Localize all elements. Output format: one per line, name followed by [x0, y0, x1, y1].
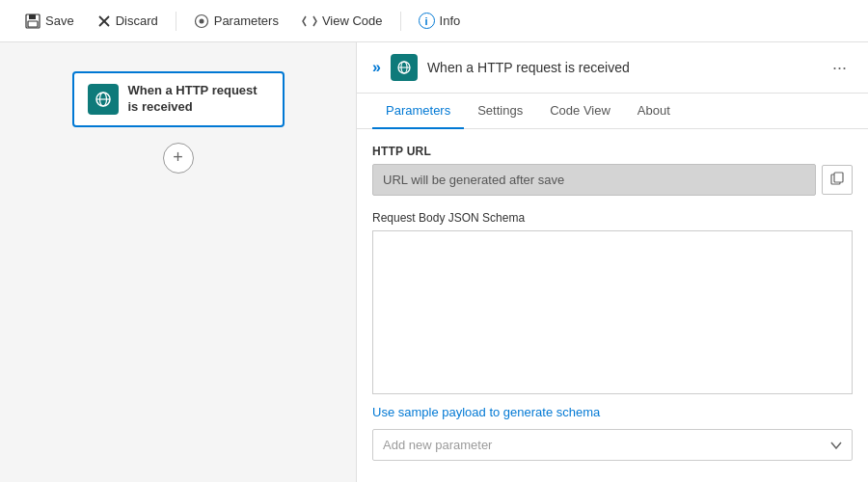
plus-icon: +: [173, 147, 183, 168]
http-trigger-icon: [88, 84, 119, 115]
x-icon: [97, 14, 111, 28]
expand-icon[interactable]: »: [372, 59, 381, 76]
code-icon: [302, 14, 317, 28]
info-icon: i: [419, 13, 435, 29]
main-area: When a HTTP request is received + » When…: [0, 42, 868, 482]
separator-2: [400, 12, 401, 31]
parameters-icon: [194, 13, 209, 29]
schema-textarea[interactable]: [372, 230, 853, 394]
schema-label: Request Body JSON Schema: [372, 211, 853, 225]
http-url-label: HTTP URL: [372, 145, 853, 158]
save-button[interactable]: Save: [15, 8, 84, 35]
ellipsis-icon: ···: [832, 58, 847, 77]
add-parameter-dropdown[interactable]: Add new parameter: [372, 429, 853, 461]
tab-parameters[interactable]: Parameters: [372, 94, 464, 129]
panel-body: HTTP URL URL will be generated after sav…: [357, 129, 868, 482]
chevron-down-icon: [830, 442, 842, 449]
parameters-button[interactable]: Parameters: [184, 8, 288, 35]
svg-point-6: [199, 18, 203, 23]
copy-url-button[interactable]: [822, 165, 853, 195]
tab-about[interactable]: About: [624, 94, 684, 129]
view-code-button[interactable]: View Code: [292, 8, 393, 34]
toolbar: Save Discard Parameters View Code i Info: [0, 0, 868, 42]
generate-schema-link[interactable]: Use sample payload to generate schema: [372, 405, 600, 419]
url-field: URL will be generated after save: [372, 164, 816, 196]
url-field-wrapper: URL will be generated after save: [372, 164, 853, 196]
http-trigger-card[interactable]: When a HTTP request is received: [72, 71, 285, 127]
add-parameter-placeholder: Add new parameter: [383, 438, 830, 452]
right-panel: » When a HTTP request is received ··· Pa…: [357, 42, 868, 482]
separator-1: [176, 12, 176, 31]
add-step-button[interactable]: +: [163, 143, 194, 174]
info-button[interactable]: i Info: [409, 7, 471, 35]
tab-settings[interactable]: Settings: [464, 94, 536, 129]
copy-icon: [830, 172, 844, 185]
panel-title: When a HTTP request is received: [427, 60, 817, 75]
svg-rect-14: [834, 173, 843, 182]
canvas: When a HTTP request is received +: [0, 42, 357, 482]
http-trigger-label: When a HTTP request is received: [128, 83, 269, 116]
discard-button[interactable]: Discard: [88, 8, 168, 34]
save-icon: [25, 13, 41, 29]
svg-rect-2: [28, 21, 38, 27]
tab-code-view[interactable]: Code View: [536, 94, 624, 129]
panel-header: » When a HTTP request is received ···: [357, 42, 868, 94]
svg-rect-1: [29, 14, 36, 19]
tabs-bar: Parameters Settings Code View About: [357, 94, 868, 129]
panel-action-icon: [391, 54, 418, 81]
more-options-button[interactable]: ···: [827, 56, 853, 80]
